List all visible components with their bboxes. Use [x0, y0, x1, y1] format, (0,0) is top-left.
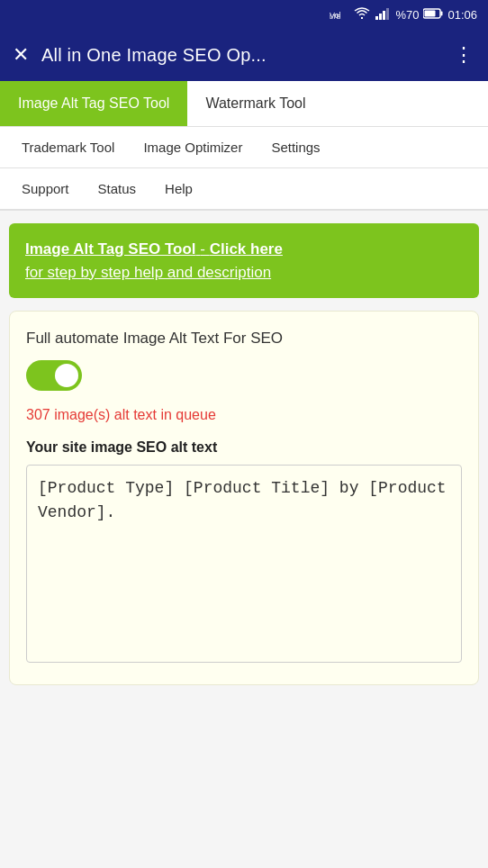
status-bar: Vol LTE %70: [0, 0, 488, 29]
toggle-label: Full automate Image Alt Text For SEO: [26, 330, 462, 348]
toggle-slider: [26, 360, 82, 391]
svg-rect-3: [379, 14, 382, 20]
menu-button[interactable]: ⋮: [454, 43, 475, 67]
seo-alt-label: Your site image SEO alt text: [26, 439, 462, 456]
signal-icon: [375, 7, 391, 23]
close-button[interactable]: ✕: [13, 43, 29, 67]
banner-text: Image Alt Tag SEO Tool - Click here for …: [25, 240, 283, 281]
banner-description: for step by step help and description: [25, 264, 271, 281]
secondary-tab-bar: Trademark Tool Image Optimizer Settings: [0, 127, 488, 168]
app-bar: ✕ All in One Image SEO Op... ⋮: [0, 29, 488, 81]
time-display: 01:06: [447, 8, 477, 22]
tab-trademark-tool[interactable]: Trademark Tool: [7, 127, 129, 167]
svg-rect-8: [425, 10, 436, 16]
svg-rect-7: [441, 11, 443, 15]
tab-support[interactable]: Support: [7, 168, 84, 209]
app-title: All in One Image SEO Op...: [41, 45, 441, 66]
status-icons: Vol LTE %70: [330, 6, 477, 23]
automate-toggle-container: [26, 360, 462, 391]
alt-text-input[interactable]: [26, 465, 462, 663]
svg-rect-5: [386, 8, 389, 20]
tab-image-optimizer[interactable]: Image Optimizer: [129, 127, 257, 167]
tab-image-alt-tag-seo[interactable]: Image Alt Tag SEO Tool: [0, 81, 187, 126]
svg-rect-2: [375, 16, 378, 20]
tab-status[interactable]: Status: [84, 168, 151, 209]
help-banner[interactable]: Image Alt Tag SEO Tool - Click here for …: [9, 223, 479, 298]
banner-tool-name: Image Alt Tag SEO Tool: [25, 240, 196, 258]
tab-watermark-tool[interactable]: Watermark Tool: [187, 81, 323, 126]
main-settings-card: Full automate Image Alt Text For SEO 307…: [9, 311, 479, 685]
network-icon: Vol LTE: [330, 6, 349, 23]
battery-text: %70: [395, 8, 419, 22]
tab-help[interactable]: Help: [150, 168, 207, 209]
queue-status: 307 image(s) alt text in queue: [26, 407, 462, 423]
click-here-link[interactable]: Click here: [210, 240, 283, 258]
banner-separator: -: [200, 240, 209, 258]
tertiary-tab-bar: Support Status Help: [0, 168, 488, 211]
tab-settings[interactable]: Settings: [257, 127, 334, 167]
primary-tab-bar: Image Alt Tag SEO Tool Watermark Tool: [0, 81, 488, 127]
battery-icon: [423, 8, 443, 22]
svg-text:LTE: LTE: [330, 14, 341, 20]
wifi-icon: [354, 7, 370, 23]
svg-rect-4: [383, 11, 385, 20]
automate-toggle[interactable]: [26, 360, 82, 391]
